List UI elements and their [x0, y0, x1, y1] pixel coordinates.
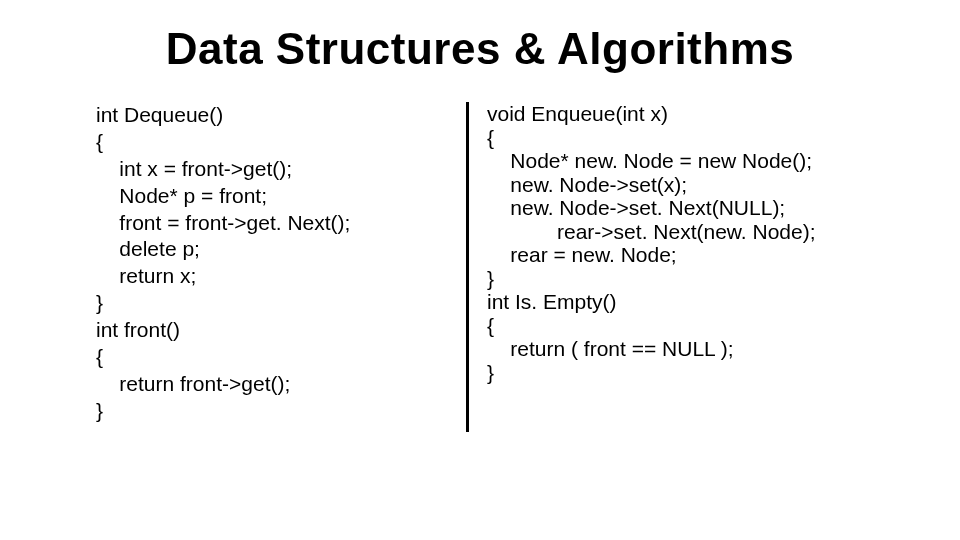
code-columns: int Dequeue() { int x = front->get(); No… [48, 102, 912, 432]
slide-title: Data Structures & Algorithms [48, 24, 912, 74]
slide: Data Structures & Algorithms int Dequeue… [0, 0, 960, 540]
right-code-block: void Enqueue(int x) { Node* new. Node = … [487, 102, 864, 384]
left-code-block: int Dequeue() { int x = front->get(); No… [96, 102, 466, 425]
column-divider [466, 102, 469, 432]
